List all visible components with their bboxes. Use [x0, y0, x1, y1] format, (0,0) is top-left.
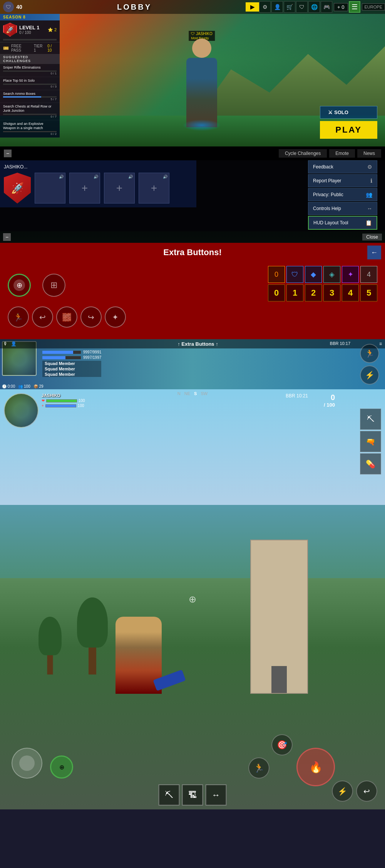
game-char-figure	[116, 617, 162, 694]
tab-emote[interactable]: Emote	[329, 149, 355, 158]
settings-menu: Feedback ⚙ Report Player ℹ Privacy: Publ…	[308, 160, 377, 231]
tier-text: TIER 1	[34, 44, 45, 52]
vbucks-number: 40	[15, 4, 23, 10]
top-hud: 🛡 40 LOBBY ▶ ⚙ 👤 🛒 🛡 🌐 🎮 + 0 ☰ EUROPE	[0, 0, 385, 14]
player-card-slots: 🔊 🔊 + 🔊 + 🔊 +	[35, 173, 169, 204]
game-action-2[interactable]: ↩	[356, 781, 377, 802]
play-hud-button[interactable]: ▶	[246, 2, 259, 12]
player-card-slot-2[interactable]: 🔊 +	[69, 173, 100, 204]
game-character	[116, 617, 162, 694]
settings-item-controls[interactable]: Controls Help ↔	[308, 202, 377, 215]
tree-top-2	[38, 617, 62, 655]
game-aim-button[interactable]: 🎯	[271, 734, 293, 755]
hud-grid-button[interactable]: ⊞	[42, 274, 65, 297]
hud-redo-button[interactable]: ↪	[80, 306, 102, 328]
settings-item-feedback[interactable]: Feedback ⚙	[308, 160, 377, 173]
player-card-slot-3[interactable]: 🔊 +	[104, 173, 135, 204]
num-slot-3[interactable]: 3	[323, 284, 340, 301]
cart-icon-btn[interactable]: 🛒	[284, 1, 295, 13]
settings-item-privacy[interactable]: Privacy: Public 👥	[308, 188, 377, 201]
tab-news[interactable]: News	[357, 149, 381, 158]
challenge-count-3: 5 / 7	[3, 98, 57, 101]
game-run-button[interactable]: 🏃	[248, 757, 270, 779]
back-arrow-button[interactable]: ←	[367, 246, 381, 259]
player-card-slot-1[interactable]: 🔊	[35, 173, 65, 204]
extra-buttons-title: Extra Buttons!	[163, 247, 222, 257]
num-slot-2[interactable]: 2	[305, 284, 322, 301]
challenge-item-3[interactable]: Search Ammo Boxes 5 / 7	[0, 90, 60, 103]
settings-privacy-icon: 👥	[366, 192, 372, 198]
challenge-item-5[interactable]: Shotgun and an Explosive Weapon in a sin…	[0, 120, 60, 138]
menu-button[interactable]: ☰	[349, 1, 360, 13]
player-card-slot-4[interactable]: 🔊 +	[139, 173, 169, 204]
challenge-item-1[interactable]: Sniper Rifle Eliminations 0 / 1	[0, 64, 60, 77]
crosshair: ⊕	[189, 594, 196, 605]
challenge-name-4: Search Chests at Retail Row or Junk Junc…	[3, 104, 57, 113]
squad-icon-1[interactable]: 🏃	[360, 344, 379, 363]
shield-health-icon: +	[42, 404, 44, 408]
person-icon-btn[interactable]: 👤	[271, 1, 283, 13]
free-pass-text: FREE PASS	[11, 44, 32, 52]
squad-hp-text-2: 9997/1997	[83, 355, 101, 360]
hud-undo-button[interactable]: ↩	[32, 306, 53, 328]
hud-flashlight-button[interactable]: ✦	[105, 306, 126, 328]
hud-icons: ⚙ 👤 🛒 🛡 🌐 🎮	[259, 1, 334, 13]
play-main-button[interactable]: PLAY	[320, 121, 377, 139]
game-weapon-slot-3[interactable]: 💊	[360, 453, 381, 474]
squad-member-1: Squad Member	[42, 361, 101, 366]
challenge-count-2: 0 / 3	[3, 85, 57, 88]
hud-run-button[interactable]: 🏃	[8, 306, 29, 328]
build-button[interactable]: 🏗	[182, 784, 203, 806]
weapon-slot-shield[interactable]: 🛡	[286, 266, 303, 283]
compass-sw: SW	[201, 391, 208, 396]
game-ammo-reserve: / 100	[324, 402, 335, 408]
challenge-count-1: 0 / 1	[3, 72, 57, 75]
challenge-item-2[interactable]: Place Top 50 in Solo 0 / 3	[0, 77, 60, 90]
nav-minus-button[interactable]: −	[4, 150, 12, 157]
lobby-section: 🛡 40 LOBBY ▶ ⚙ 👤 🛒 🛡 🌐 🎮 + 0 ☰ EUROPE SE…	[0, 0, 385, 146]
move-button[interactable]: ↔	[206, 784, 227, 806]
hud-joystick[interactable]: ⊕	[8, 274, 31, 297]
game-fire-button[interactable]: 🔥	[296, 748, 335, 786]
settings-icon-btn[interactable]: ⚙	[259, 1, 271, 13]
level-info: LEVEL 1 0 / 100	[19, 25, 40, 35]
weapon-slot-purple[interactable]: ✦	[342, 266, 359, 283]
num-slot-1[interactable]: 1	[286, 284, 303, 301]
weapon-slot-blue-1[interactable]: ◆	[305, 266, 322, 283]
hud-build-button[interactable]: 🧱	[56, 306, 77, 328]
volume-icon-4: 🔊	[163, 175, 167, 179]
weapon-slot-gray[interactable]: 4	[360, 266, 377, 283]
solo-button[interactable]: ⚔ SOLO	[320, 106, 377, 119]
challenge-item-4[interactable]: Search Chests at Retail Row or Junk Junc…	[0, 103, 60, 120]
squad-hp-bar-2	[42, 356, 81, 359]
game-icon-btn[interactable]: 🎮	[321, 1, 332, 13]
game-action-1[interactable]: ⚡	[332, 781, 353, 802]
num-slot-0[interactable]: 0	[268, 284, 285, 301]
num-slot-4[interactable]: 4	[342, 284, 359, 301]
game-player-info: JASHIKO ❤ 100 + 100	[42, 393, 85, 408]
game-pickaxe-bottom: ⛏ 🏗 ↔	[159, 784, 227, 806]
game-ammo-count: 0	[324, 393, 335, 402]
globe-icon-btn[interactable]: 🌐	[308, 1, 320, 13]
hud-minus-button[interactable]: −	[3, 233, 11, 241]
game-weapon-slot-1[interactable]: ⛏	[360, 409, 381, 430]
shield-icon-btn[interactable]: 🛡	[296, 1, 308, 13]
num-slot-5[interactable]: 5	[360, 284, 377, 301]
squad-icon-2[interactable]: ⚡	[360, 365, 379, 385]
season-badge: SEASON 8	[0, 14, 60, 20]
game-jump-button[interactable]: ⊕	[50, 755, 73, 779]
squad-members: 9997/9991 9997/1997 Squad Member Squad M…	[42, 350, 101, 377]
pickaxe-button[interactable]: ⛏	[159, 784, 180, 806]
hud-close-button[interactable]: Close	[362, 234, 382, 241]
minimap-overlay-game	[5, 394, 38, 427]
weapon-slot-teal[interactable]: ◈	[323, 266, 340, 283]
level-xp: 0 / 100	[19, 30, 40, 35]
tab-cycle-challenges[interactable]: Cycle Challenges	[279, 149, 327, 158]
game-joystick-left[interactable]	[12, 748, 42, 779]
bottom-nav-bar: − Cycle Challenges Emote News	[0, 146, 385, 160]
weapon-slot-0[interactable]: 0	[268, 266, 285, 283]
game-action-buttons-right: ⚡ ↩	[332, 781, 377, 802]
settings-item-hud[interactable]: HUD Layout Tool 📋	[308, 216, 377, 230]
game-weapon-slot-2[interactable]: 🔫	[360, 431, 381, 452]
settings-item-report[interactable]: Report Player ℹ	[308, 174, 377, 187]
